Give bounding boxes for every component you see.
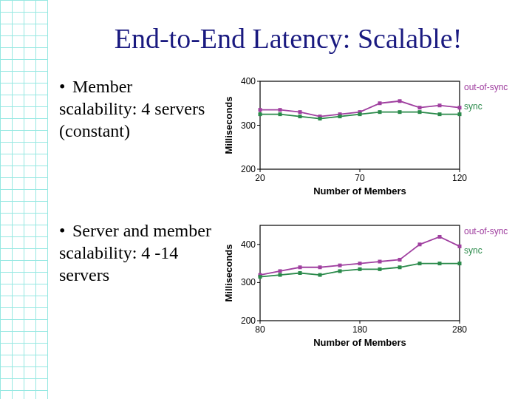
svg-rect-57 — [318, 265, 322, 269]
chart-1: 2003004002070120Number of MembersMillise… — [222, 75, 517, 197]
svg-rect-25 — [458, 106, 462, 109]
svg-rect-35 — [418, 110, 422, 114]
chart-2: 20030040080180280Number of MembersMillis… — [222, 219, 517, 349]
svg-rect-32 — [358, 112, 362, 116]
svg-rect-21 — [378, 101, 382, 105]
svg-text:out-of-sync: out-of-sync — [464, 82, 508, 92]
svg-rect-76 — [458, 262, 462, 265]
row-1: •Member scalability: 4 servers (constant… — [59, 75, 517, 197]
svg-rect-61 — [398, 258, 402, 262]
svg-rect-55 — [279, 269, 282, 273]
svg-text:300: 300 — [241, 277, 256, 287]
svg-text:400: 400 — [241, 76, 256, 86]
svg-rect-16 — [279, 108, 282, 112]
svg-rect-39 — [260, 225, 460, 321]
svg-rect-68 — [299, 271, 302, 275]
svg-rect-60 — [378, 260, 382, 264]
svg-rect-0 — [260, 81, 460, 169]
svg-rect-70 — [338, 269, 342, 273]
bullet-1: •Member scalability: 4 servers (constant… — [59, 75, 222, 142]
svg-text:Milliseconds: Milliseconds — [223, 96, 234, 154]
page-title: End-to-End Latency: Scalable! — [59, 22, 517, 55]
svg-rect-23 — [418, 106, 422, 109]
bullet-1-text: Member scalability: 4 servers (constant) — [59, 77, 205, 140]
chart-svg-1: 2003004002070120Number of MembersMillise… — [222, 75, 517, 197]
svg-rect-67 — [279, 273, 282, 277]
svg-rect-27 — [259, 112, 262, 116]
svg-rect-24 — [438, 103, 442, 107]
svg-text:Milliseconds: Milliseconds — [223, 244, 234, 301]
svg-rect-34 — [398, 110, 402, 114]
bullet-2-text: Server and member scalability: 4 -14 ser… — [59, 221, 211, 284]
svg-rect-59 — [358, 262, 362, 265]
svg-text:Number of Members: Number of Members — [313, 337, 406, 348]
svg-rect-63 — [438, 235, 442, 239]
svg-text:80: 80 — [255, 324, 265, 335]
svg-rect-71 — [358, 267, 362, 271]
svg-text:200: 200 — [241, 164, 256, 174]
svg-text:280: 280 — [452, 324, 467, 335]
svg-rect-66 — [259, 275, 262, 279]
svg-text:sync: sync — [464, 245, 482, 256]
svg-text:400: 400 — [241, 239, 256, 250]
svg-rect-33 — [378, 110, 382, 114]
svg-rect-73 — [398, 265, 402, 269]
svg-rect-36 — [438, 112, 442, 116]
svg-rect-75 — [438, 262, 442, 265]
svg-text:sync: sync — [464, 101, 482, 112]
chart-svg-2: 20030040080180280Number of MembersMillis… — [222, 219, 517, 349]
bullet-dot-icon: • — [59, 75, 72, 98]
row-2: •Server and member scalability: 4 -14 se… — [59, 219, 517, 349]
svg-text:200: 200 — [241, 316, 256, 326]
slide: End-to-End Latency: Scalable! •Member sc… — [0, 0, 532, 349]
svg-text:70: 70 — [355, 173, 365, 183]
bullet-dot-icon: • — [59, 219, 72, 242]
svg-rect-56 — [299, 265, 302, 269]
svg-text:120: 120 — [452, 173, 467, 183]
svg-rect-22 — [398, 99, 402, 103]
svg-rect-64 — [458, 245, 462, 248]
svg-rect-31 — [338, 115, 342, 118]
svg-text:out-of-sync: out-of-sync — [464, 226, 508, 236]
svg-rect-17 — [299, 110, 302, 114]
svg-rect-72 — [378, 267, 382, 271]
bullet-2: •Server and member scalability: 4 -14 se… — [59, 219, 222, 286]
svg-text:180: 180 — [352, 324, 367, 335]
svg-rect-69 — [318, 273, 322, 277]
svg-rect-58 — [338, 264, 342, 267]
svg-text:20: 20 — [255, 173, 265, 183]
svg-rect-74 — [418, 262, 422, 265]
svg-text:Number of Members: Number of Members — [313, 185, 406, 197]
svg-rect-30 — [318, 117, 322, 120]
svg-rect-62 — [418, 242, 422, 246]
svg-rect-29 — [299, 115, 302, 118]
svg-rect-37 — [458, 112, 462, 116]
svg-rect-15 — [259, 108, 262, 112]
svg-rect-28 — [279, 112, 282, 116]
svg-text:300: 300 — [241, 120, 256, 131]
